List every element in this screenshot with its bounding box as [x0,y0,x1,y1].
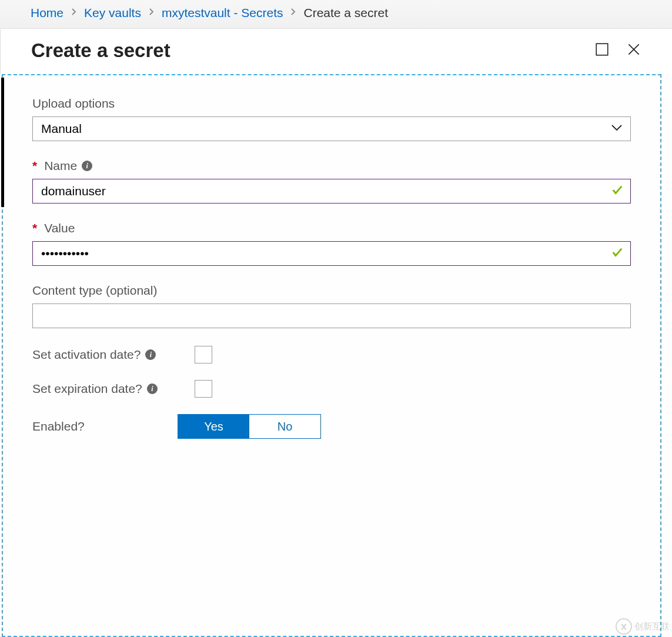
watermark-icon: X [616,618,632,635]
breadcrumb-current: Create a secret [303,6,388,20]
blade-header: Create a secret [0,29,672,75]
required-indicator: * [32,159,37,173]
page-title: Create a secret [31,39,594,62]
maximize-icon[interactable] [594,42,610,59]
enabled-yes-button[interactable]: Yes [178,415,249,438]
content-type-input[interactable] [32,304,631,328]
enabled-toggle: Yes No [178,414,321,439]
breadcrumb-vault[interactable]: mxytestvault - Secrets [162,6,283,20]
svg-rect-0 [596,44,608,55]
upload-options-group: Upload options [32,96,631,141]
name-input[interactable] [32,179,631,204]
info-icon[interactable]: i [82,161,92,171]
breadcrumb: Home Key vaults mxytestvault - Secrets C… [0,0,672,29]
value-label-text: Value [44,221,75,235]
breadcrumb-home[interactable]: Home [31,6,63,20]
name-label-text: Name [44,159,77,173]
chevron-right-icon [290,7,296,19]
enabled-row: Enabled? Yes No [32,414,631,439]
info-icon[interactable]: i [145,349,156,360]
content-type-label: Content type (optional) [32,284,631,298]
info-icon[interactable]: i [147,383,158,394]
value-group: * Value [32,221,631,266]
breadcrumb-keyvaults[interactable]: Key vaults [84,6,141,20]
name-label: * Name i [32,159,631,173]
activation-date-row: Set activation date? i [32,346,631,363]
activation-date-checkbox[interactable] [195,346,212,363]
enabled-label: Enabled? [32,419,178,433]
header-actions [594,42,641,59]
name-group: * Name i [32,159,631,204]
form-panel: Upload options * Name i [2,74,661,637]
expiration-date-label: Set expiration date? [32,382,142,396]
value-input[interactable] [32,241,631,266]
check-icon [611,184,624,199]
upload-options-select[interactable] [32,116,631,141]
value-label: * Value [32,221,631,235]
activation-date-label: Set activation date? [32,348,141,362]
content-type-group: Content type (optional) [32,284,631,328]
required-indicator: * [32,221,37,235]
watermark-text: 创新互联 [634,621,670,632]
expiration-date-checkbox[interactable] [195,380,212,398]
chevron-right-icon [148,7,155,19]
enabled-no-button[interactable]: No [249,415,320,438]
watermark: X 创新互联 [616,618,670,635]
close-icon[interactable] [626,42,641,59]
chevron-right-icon [71,7,77,19]
expiration-date-row: Set expiration date? i [32,380,631,398]
upload-options-label: Upload options [32,96,631,111]
check-icon [611,246,624,261]
